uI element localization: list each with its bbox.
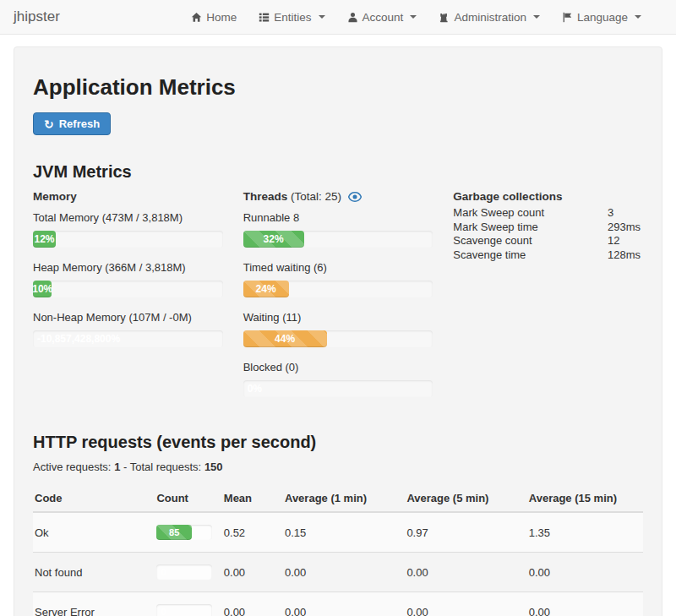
- header-avg-5min: Average (5 min): [405, 485, 526, 512]
- list-icon: [259, 12, 270, 23]
- requests-summary: Active requests: 1 - Total requests: 150: [33, 461, 643, 473]
- chevron-down-icon: [319, 15, 325, 19]
- gc-column: Garbage collections Mark Sweep count 3 M…: [453, 190, 643, 411]
- code-cell: Server Error: [33, 592, 155, 616]
- code-cell: Ok: [33, 512, 155, 553]
- nav-item-label: Language: [577, 11, 628, 24]
- nav-item-label: Administration: [454, 11, 526, 24]
- avg5-cell: 0.00: [405, 553, 526, 592]
- mean-cell: 0.52: [222, 512, 283, 553]
- gc-row-scavenge-time: Scavenge time 128ms: [453, 248, 643, 263]
- count-cell: 0: [155, 553, 221, 592]
- http-requests-heading: HTTP requests (events per second): [33, 433, 643, 452]
- avg15-cell: 0.00: [527, 592, 643, 616]
- nonheap-memory-label: Non-Heap Memory (107M / -0M): [33, 311, 223, 324]
- count-cell: 0: [155, 592, 221, 616]
- count-progress: 85: [156, 525, 212, 540]
- runnable-progress: 32%: [243, 231, 433, 248]
- memory-column: Memory Total Memory (473M / 3,818M) 12% …: [33, 190, 223, 411]
- active-requests-value: 1: [114, 461, 120, 473]
- table-header-row: Code Count Mean Average (1 min) Average …: [33, 485, 643, 512]
- flag-icon: [562, 12, 573, 23]
- table-row-ok: Ok 85 0.52 0.15 0.97 1.35: [33, 512, 643, 553]
- heap-memory-label: Heap Memory (366M / 3,818M): [33, 261, 223, 274]
- jvm-metrics-heading: JVM Metrics: [33, 162, 643, 182]
- tower-icon: [439, 12, 450, 23]
- jvm-metrics-row: Memory Total Memory (473M / 3,818M) 12% …: [33, 190, 643, 411]
- gc-heading: Garbage collections: [453, 190, 643, 203]
- expand-threads-eye-icon[interactable]: [348, 192, 362, 202]
- avg5-cell: 0.97: [405, 512, 526, 553]
- gc-row-scavenge-count: Scavenge count 12: [453, 234, 643, 248]
- header-count: Count: [155, 485, 221, 512]
- header-mean: Mean: [222, 485, 283, 512]
- gc-row-marksweep-count: Mark Sweep count 3: [453, 206, 643, 221]
- code-cell: Not found: [33, 553, 155, 592]
- runnable-label: Runnable 8: [243, 211, 433, 224]
- threads-column: Threads (Total: 25) Runnable 8 32% Timed…: [243, 190, 433, 411]
- blocked-label: Blocked (0): [243, 361, 433, 373]
- header-code: Code: [33, 485, 155, 512]
- nav-menu: Home Entities Account Administration: [180, 3, 652, 32]
- home-icon: [191, 12, 202, 23]
- refresh-icon: ↻: [44, 118, 54, 130]
- nav-item-label: Account: [363, 11, 404, 24]
- nonheap-memory-progress: -10,857,428,800%: [33, 330, 223, 347]
- nav-item-administration[interactable]: Administration: [428, 3, 551, 32]
- chevron-down-icon: [635, 15, 641, 19]
- header-avg-1min: Average (1 min): [283, 485, 405, 512]
- mean-cell: 0.00: [222, 553, 283, 592]
- count-progress: 0: [156, 604, 212, 616]
- table-row-server-error: Server Error 0 0.00 0.00 0.00 0.00: [33, 592, 643, 616]
- chevron-down-icon: [533, 15, 540, 19]
- total-memory-progress: 12%: [33, 231, 223, 248]
- avg15-cell: 0.00: [527, 553, 643, 592]
- header-avg-15min: Average (15 min): [527, 485, 643, 512]
- total-requests-value: 150: [204, 461, 223, 473]
- waiting-label: Waiting (11): [243, 311, 433, 324]
- mean-cell: 0.00: [222, 592, 283, 616]
- refresh-button[interactable]: ↻ Refresh: [33, 112, 111, 135]
- brand-logo[interactable]: jhipster: [14, 8, 60, 25]
- nav-item-home[interactable]: Home: [180, 3, 248, 32]
- timed-waiting-label: Timed waiting (6): [243, 261, 433, 274]
- waiting-progress: 44%: [243, 330, 433, 347]
- http-requests-table: Code Count Mean Average (1 min) Average …: [33, 485, 643, 616]
- threads-heading: Threads (Total: 25): [243, 190, 433, 203]
- nav-item-account[interactable]: Account: [336, 3, 428, 32]
- avg1-cell: 0.00: [283, 592, 405, 616]
- user-icon: [347, 12, 358, 23]
- chevron-down-icon: [410, 15, 417, 19]
- memory-heading: Memory: [33, 190, 223, 203]
- avg5-cell: 0.00: [405, 592, 526, 616]
- total-memory-label: Total Memory (473M / 3,818M): [33, 211, 223, 224]
- nav-item-language[interactable]: Language: [551, 3, 652, 32]
- gc-row-marksweep-time: Mark Sweep time 293ms: [453, 221, 643, 235]
- blocked-progress: 0%: [243, 380, 433, 397]
- page-title: Application Metrics: [33, 74, 643, 101]
- navbar: jhipster Home Entities Account A: [0, 0, 676, 35]
- nav-item-label: Home: [206, 11, 237, 24]
- nav-item-label: Entities: [274, 11, 311, 24]
- nav-item-entities[interactable]: Entities: [248, 3, 335, 32]
- avg1-cell: 0.00: [283, 553, 405, 592]
- avg15-cell: 1.35: [527, 512, 643, 553]
- count-progress: 0: [156, 564, 212, 580]
- metrics-card: Application Metrics ↻ Refresh JVM Metric…: [14, 46, 662, 616]
- avg1-cell: 0.15: [283, 512, 405, 553]
- table-row-not-found: Not found 0 0.00 0.00 0.00 0.00: [33, 553, 643, 592]
- heap-memory-progress: 10%: [33, 281, 223, 297]
- timed-waiting-progress: 24%: [243, 281, 433, 297]
- count-cell: 85: [155, 512, 221, 553]
